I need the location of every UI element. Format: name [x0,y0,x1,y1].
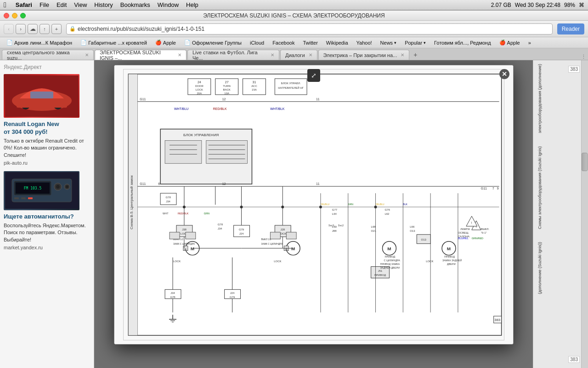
tab-dialogi[interactable]: Диалоги ✕ [280,50,317,60]
svg-text:LOCK: LOCK [195,88,203,91]
svg-point-14 [56,185,60,189]
svg-text:15A: 15A [252,88,257,91]
svg-text:G76: G76 [384,208,390,211]
bookmark-cooking[interactable]: Готовим ябл..., Редмонд [430,39,495,46]
svg-text:WHT: WHT [163,212,169,215]
scrollbar-thumb[interactable] [582,153,588,171]
bookmark-overflow[interactable]: » [525,39,535,46]
svg-text:G78: G78 [170,296,175,299]
bookmark-facebook[interactable]: Facebook [269,39,298,46]
car-ad-link[interactable]: pik-auto.ru [4,160,90,166]
svg-text:383: 383 [494,318,500,322]
expand-button[interactable]: ⤢ [307,69,320,82]
right-sidebar-text3: (дополнение (Suzuki Ignis)) [537,242,542,294]
close-window-button[interactable] [4,13,9,18]
menu-help[interactable]: Help [186,1,198,8]
bookmark-group[interactable]: 📄 Оформление Группы [181,39,245,46]
address-input[interactable] [78,26,549,32]
radio-ad-block[interactable]: FM 103.5 Ищете автомагнитолы? Воспользуй… [4,171,90,250]
tab-close-button[interactable]: ✕ [178,52,181,58]
bookmarks-bar: 📄 Архив лини...К Марафон 📄 Габаритные ..… [0,37,588,48]
bookmark-label: Габаритные ...х кроватей [88,40,147,46]
svg-text:YELBLU: YELBLU [320,203,329,206]
icloud-button[interactable]: ☁ [28,24,38,34]
wiring-diagram-container: Схема В-5. Центральный замок 24 DOOR LOC… [114,65,513,344]
tab-central-lock[interactable]: схема центрального замка suzu... ✕ [2,50,94,60]
svg-text:20A: 20A [197,92,202,95]
svg-text:LOCK: LOCK [173,260,181,263]
bookmark-apple1[interactable]: 🍎 Apple [152,39,180,46]
svg-text:FM 103.5: FM 103.5 [23,186,41,190]
menu-file[interactable]: File [40,1,49,8]
menu-view[interactable]: View [74,1,87,8]
svg-point-168 [281,206,284,208]
svg-text:LOCK: LOCK [274,260,281,263]
scrollbar-track[interactable] [581,60,588,368]
yandex-direct-label: Яндекс.Директ [4,64,90,70]
right-sidebar-text2: Схемы электрооборудования (Suzuki Ignis) [537,146,542,229]
svg-text:G79: G79 [229,296,235,299]
svg-text:J24: J24 [239,232,243,235]
bookmark-news[interactable]: News ▾ [377,39,401,46]
tab-close-button[interactable]: ✕ [271,52,274,58]
tab-close-button[interactable]: ✕ [309,52,312,58]
svg-text:J34: J34 [166,200,170,203]
add-tab-button[interactable]: + [51,24,62,34]
svg-rect-115 [185,232,195,239]
bookmark-wikipedia[interactable]: Wikipedia [322,39,352,46]
bookmark-archive[interactable]: 📄 Архив лини...К Марафон [3,39,76,46]
bookmark-icloud[interactable]: iCloud [246,39,268,46]
minimize-window-button[interactable] [12,13,17,18]
menu-window[interactable]: Window [158,1,179,8]
svg-text:12: 12 [222,98,226,101]
browser-window: ЭЛЕКТРОСХЕМА SUZUKI IGNIS – СХЕМА ЭЛЕКТР… [0,10,588,368]
tab-overflow-button[interactable]: ⋮ [581,54,586,60]
svg-text:BLU/REL: BLU/REL [458,237,468,240]
car-ad-block[interactable]: Renault Logan New от 304 000 руб! Только… [4,74,90,166]
lightbox-overlay[interactable]: ⤢ ✕ Схема В- [94,60,533,368]
menu-bookmarks[interactable]: Bookmarks [120,1,150,8]
bookmark-gabarit[interactable]: 📄 Габаритные ...х кроватей [77,39,151,46]
svg-text:Svc2: Svc2 [338,224,343,227]
svg-text:ДВЕРИ: ДВЕРИ [447,263,456,265]
bookmark-apple2[interactable]: 🍎 Apple [496,39,524,46]
page-number-top: 383 [568,356,580,363]
browser-titlebar: ЭЛЕКТРОСХЕМА SUZUKI IGNIS – СХЕМА ЭЛЕКТР… [0,11,588,21]
lightbox-close-button[interactable]: ✕ [499,69,509,79]
menu-history[interactable]: History [94,1,113,8]
menu-safari[interactable]: Safari [16,1,32,8]
tab-electro-ignis[interactable]: ЭЛЕКТРОСХЕМА SUZUKI IGNIS –... ✕ [95,50,187,60]
reader-button[interactable]: Reader [557,23,584,34]
car-ad-title: Renault Logan New от 304 000 руб! [4,121,90,136]
tab-live-stavki[interactable]: Live ставки на Футбол. Лига Че... ✕ [187,50,279,60]
tab-electrika[interactable]: Электрика – При закрытии на... ✕ [318,50,410,60]
maximize-window-button[interactable] [20,13,26,18]
svg-text:НАГРЕВАТЕЛЕЙ НГ: НАГРЕВАТЕЛЕЙ НГ [278,86,304,89]
svg-text:ЗАМК С ЦИЛИНДРА: ЗАМК С ЦИЛИНДРА [261,242,283,245]
svg-text:WHT/BLK: WHT/BLK [270,107,284,110]
back-button[interactable]: ‹ [4,24,14,34]
forward-button[interactable]: › [16,24,26,34]
bookmark-label: Wikipedia [326,40,348,46]
bookmark-yahoo[interactable]: Yahoo! [353,39,376,46]
tab-close-button[interactable]: ✕ [401,52,404,58]
menu-edit[interactable]: Edit [57,1,67,8]
tab-close-button[interactable]: ✕ [85,52,89,58]
page-number-bottom: 383 [568,66,580,73]
bookmark-label: iCloud [250,40,264,46]
chevron-down-icon: ▾ [424,40,426,45]
svg-text:ЗАМКА ЗАДНЕЙ: ЗАМКА ЗАДНЕЙ [442,259,462,262]
apple-menu-icon[interactable]:  [4,1,6,9]
svg-text:24: 24 [197,80,201,84]
new-tab-button[interactable]: + [410,50,420,60]
bookmark-label: Apple [163,40,176,46]
svg-point-16 [66,185,68,188]
share-button[interactable]: ↑ [40,24,50,34]
address-bar-container: 🔒 [66,23,553,34]
right-sidebar: электрооборудования (дополнение) Схемы э… [533,60,588,368]
svg-text:ЛАМПА: ЛАМПА [460,228,469,230]
bookmark-twitter[interactable]: Twitter [299,39,321,46]
window-controls [4,13,26,18]
bookmark-popular[interactable]: Popular ▾ [401,39,430,46]
radio-ad-link[interactable]: market.yandex.ru [4,245,90,250]
